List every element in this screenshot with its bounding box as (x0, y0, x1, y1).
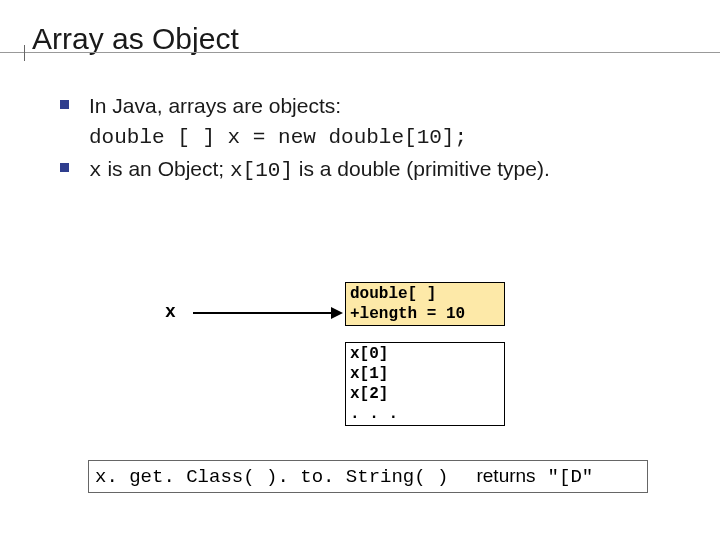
bullet-2: x is an Object; x[10] is a double (primi… (60, 155, 680, 185)
object-length-text: +length = 10 (350, 304, 500, 324)
content-area: In Java, arrays are objects: double [ ] … (0, 56, 720, 185)
object-header-box: double[ ] +length = 10 (345, 282, 505, 326)
elem-ellipsis: . . . (350, 404, 500, 424)
object-type-text: double[ ] (350, 284, 500, 304)
elem-2: x[2] (350, 384, 500, 404)
elem-1: x[1] (350, 364, 500, 384)
object-diagram: x double[ ] +length = 10 x[0] x[1] x[2] … (145, 268, 565, 438)
getclass-call: x. get. Class( ). to. String( ) (95, 466, 448, 488)
page-title: Array as Object (32, 22, 720, 56)
bullet-1-code: double [ ] x = new double[10]; (89, 124, 680, 152)
title-underline (0, 52, 720, 53)
title-tick (24, 45, 25, 61)
var-x-label: x (165, 302, 176, 322)
footer-box: x. get. Class( ). to. String( ) returns … (88, 460, 648, 493)
bullet-1-text: In Java, arrays are objects: (89, 92, 341, 120)
returns-label: returns (476, 465, 535, 487)
bullet-square-icon (60, 100, 69, 109)
bullet-2-post: is a double (primitive type). (293, 157, 550, 180)
bullet-2-code: x[10] (230, 159, 293, 182)
bullet-2-mid: is an Object; (102, 157, 230, 180)
bullet-2-text: x is an Object; x[10] is a double (primi… (89, 155, 550, 185)
arrow-shaft (193, 312, 333, 314)
elem-0: x[0] (350, 344, 500, 364)
bullet-2-x: x (89, 159, 102, 182)
footer: x. get. Class( ). to. String( ) returns … (88, 460, 648, 493)
arrow-right-icon (331, 307, 343, 319)
bullet-1: In Java, arrays are objects: (60, 92, 680, 120)
object-body-box: x[0] x[1] x[2] . . . (345, 342, 505, 426)
bullet-square-icon (60, 163, 69, 172)
returns-value: "[D" (548, 466, 594, 488)
